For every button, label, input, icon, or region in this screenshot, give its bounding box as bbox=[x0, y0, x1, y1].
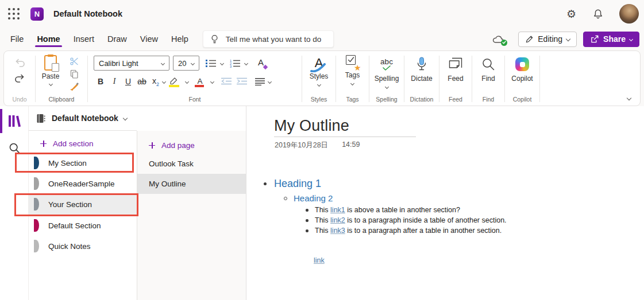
font-color-glyph: A bbox=[197, 77, 202, 85]
redo-button[interactable] bbox=[14, 73, 25, 83]
bullet-line-3: This link3 is to a paragraph after a tab… bbox=[315, 227, 502, 235]
highlight-color-button[interactable] bbox=[169, 76, 180, 87]
chevron-down-icon[interactable] bbox=[220, 61, 224, 65]
menu-view[interactable]: View bbox=[140, 28, 158, 50]
chevron-down-icon[interactable] bbox=[244, 61, 248, 65]
strikethrough-button[interactable]: ab bbox=[135, 77, 149, 86]
highlight-yellow-bar bbox=[169, 85, 179, 87]
bulleted-list-button[interactable] bbox=[206, 59, 216, 68]
menu-insert[interactable]: Insert bbox=[74, 28, 94, 50]
chevron-down-icon bbox=[350, 81, 354, 85]
app-title: Default Notebook bbox=[53, 9, 122, 18]
section-tab-icon bbox=[33, 219, 39, 232]
collapse-ribbon-chevron-icon[interactable] bbox=[627, 96, 631, 100]
plus-icon bbox=[149, 142, 155, 149]
subscript-x: x bbox=[152, 76, 156, 85]
styles-button[interactable]: A Styles bbox=[302, 51, 336, 86]
link1-hyperlink[interactable]: link1 bbox=[330, 206, 345, 214]
dictate-button[interactable]: Dictate bbox=[404, 51, 439, 83]
bullet-icon bbox=[264, 182, 267, 185]
sync-status-cloud-icon[interactable] bbox=[492, 34, 505, 44]
workspace: Default Notebook Add section My Section … bbox=[0, 106, 644, 300]
notebooks-library-button[interactable] bbox=[0, 109, 29, 133]
spelling-group-label: Spelling bbox=[369, 96, 404, 106]
plus-icon bbox=[40, 141, 47, 147]
tags-group: ★ Tags Tags bbox=[336, 51, 369, 106]
copy-icon[interactable] bbox=[70, 69, 79, 79]
annotation-box-my-section bbox=[15, 153, 134, 173]
copilot-button-label: Copilot bbox=[511, 75, 533, 83]
notifications-bell-icon[interactable] bbox=[593, 9, 603, 20]
settings-gear-icon[interactable]: ⚙ bbox=[566, 9, 576, 20]
bullet-line-2: This link2 is to a paragraph inside a ta… bbox=[315, 216, 507, 224]
menu-file[interactable]: File bbox=[10, 28, 24, 50]
lightbulb-icon bbox=[210, 34, 219, 44]
editing-mode-button[interactable]: Editing bbox=[518, 32, 577, 47]
menu-home[interactable]: Home bbox=[37, 28, 60, 50]
menu-help[interactable]: Help bbox=[171, 28, 188, 50]
bold-button[interactable]: B bbox=[94, 77, 107, 86]
chevron-down-icon[interactable] bbox=[210, 79, 214, 83]
share-button[interactable]: Share bbox=[583, 32, 639, 47]
chevron-down-icon[interactable] bbox=[268, 79, 272, 83]
subscript-button[interactable]: x2 bbox=[149, 76, 163, 87]
copilot-group: Copilot Copilot bbox=[505, 51, 539, 106]
chevron-down-icon[interactable] bbox=[162, 79, 166, 83]
clipboard-group-label: Clipboard bbox=[36, 96, 87, 106]
tags-button[interactable]: ★ Tags bbox=[336, 51, 369, 85]
section-name: OneReaderSample bbox=[48, 180, 115, 188]
section-row-quick-notes[interactable]: Quick Notes bbox=[29, 236, 137, 256]
page-datetime: 2019年10月28日 14:59 bbox=[275, 141, 360, 150]
decrease-indent-button[interactable] bbox=[221, 77, 232, 85]
tell-me-search-input[interactable]: Tell me what you want to do bbox=[203, 30, 334, 48]
cut-scissors-icon[interactable] bbox=[70, 57, 79, 66]
spelling-button[interactable]: abc Spelling bbox=[369, 51, 404, 88]
link2-hyperlink[interactable]: link2 bbox=[330, 216, 345, 224]
paste-button[interactable]: Paste bbox=[36, 55, 65, 96]
notebook-switcher[interactable]: Default Notebook bbox=[29, 106, 137, 131]
add-section-button[interactable]: Add section bbox=[29, 135, 137, 152]
font-color-button[interactable]: A bbox=[194, 76, 206, 87]
app-launcher-icon[interactable] bbox=[8, 8, 20, 20]
add-page-button[interactable]: Add page bbox=[137, 137, 246, 154]
alignment-button[interactable] bbox=[255, 78, 265, 85]
find-button-label: Find bbox=[481, 75, 495, 83]
svg-text:3: 3 bbox=[230, 64, 232, 67]
section-row-onereadersample[interactable]: OneReaderSample bbox=[29, 173, 137, 194]
chevron-down-icon[interactable] bbox=[185, 79, 189, 83]
footer-hyperlink[interactable]: link bbox=[314, 256, 325, 264]
increase-indent-button[interactable] bbox=[237, 77, 247, 85]
page-row-my-outline[interactable]: My Outline bbox=[137, 174, 246, 194]
ribbon-spacer bbox=[540, 51, 640, 106]
chevron-down-icon bbox=[384, 85, 388, 89]
page-row-outlook-task[interactable]: Outlook Task bbox=[137, 154, 246, 174]
spelling-abc-icon: abc bbox=[380, 55, 393, 73]
copilot-button[interactable]: Copilot bbox=[505, 51, 539, 83]
onenote-logo-icon[interactable]: N bbox=[30, 7, 44, 21]
undo-group-label: Undo bbox=[4, 96, 35, 106]
undo-button[interactable] bbox=[14, 58, 25, 68]
heading2-text[interactable]: Heading 2 bbox=[294, 193, 333, 203]
find-button[interactable]: Find bbox=[472, 51, 504, 83]
section-row-default-section[interactable]: Default Section bbox=[29, 215, 137, 236]
italic-button[interactable]: I bbox=[107, 77, 121, 86]
feed-button[interactable]: Feed bbox=[439, 51, 472, 83]
numbered-list-button[interactable]: 123 bbox=[230, 59, 240, 68]
chevron-down-icon bbox=[566, 37, 570, 41]
link3-hyperlink[interactable]: link3 bbox=[330, 227, 345, 235]
underline-button[interactable]: U bbox=[121, 77, 135, 86]
sync-ok-badge bbox=[501, 40, 507, 46]
bullet-text: is to a paragraph inside a table of anot… bbox=[345, 216, 507, 224]
format-painter-icon[interactable] bbox=[69, 82, 79, 91]
page-title-heading[interactable]: My Outline bbox=[274, 117, 349, 135]
font-family-select[interactable]: Calibri Light bbox=[94, 56, 169, 71]
subscript-2: 2 bbox=[156, 81, 159, 87]
font-size-select[interactable]: 20 bbox=[173, 56, 199, 71]
user-avatar[interactable] bbox=[619, 4, 639, 24]
heading1-text[interactable]: Heading 1 bbox=[274, 178, 321, 190]
clipboard-group: Paste bbox=[36, 51, 87, 106]
clear-formatting-button[interactable]: A bbox=[254, 57, 267, 69]
feed-button-label: Feed bbox=[448, 75, 463, 83]
menu-draw[interactable]: Draw bbox=[107, 28, 127, 50]
dictate-button-label: Dictate bbox=[411, 75, 432, 83]
